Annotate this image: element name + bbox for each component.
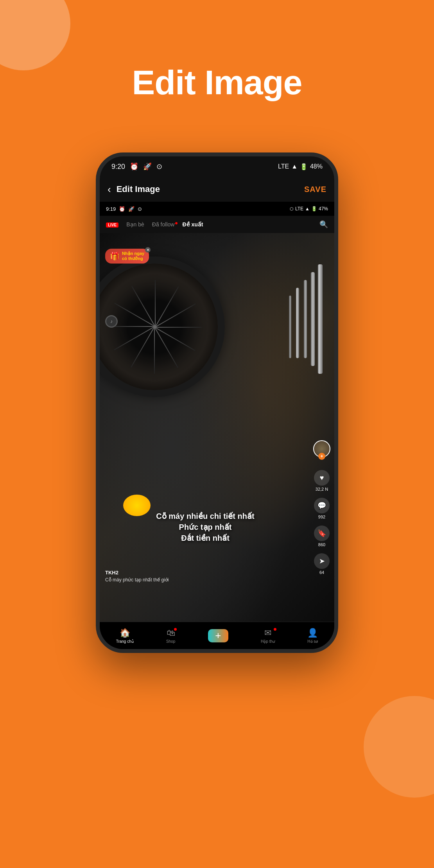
shop-label: Shop [166,639,175,644]
back-button[interactable]: ‹ [108,183,111,195]
share-icon[interactable]: ➤ [314,553,330,569]
pipe-1 [318,264,323,374]
status-left: 9:20 ⏰ 🚀 ⊙ [111,162,162,171]
channel-info: TKH2 Cỗ máy phức tạp nhất thế giới [105,570,169,583]
pipe-2 [311,272,315,366]
header-title: Edit Image [117,184,304,194]
page-title: Edit Image [0,63,434,102]
battery-icon: 🔋 [300,163,308,170]
add-button[interactable]: + [208,629,228,642]
inner-time: 9:19 [106,206,116,212]
pipe-3 [304,280,307,358]
bookmark-action[interactable]: 🔖 860 [314,525,330,547]
overlay-line1: Cỗ máy nhiều chi tiết nhất [108,511,303,522]
pipe-4 [296,288,299,358]
inner-status-left: 9:19 ⏰ 🚀 ⊙ [106,206,142,212]
shop-dot [174,628,177,631]
nav-shop[interactable]: 🛍 Shop [166,628,175,644]
user-avatar[interactable]: + [313,440,330,457]
gift-icon: 🎁 [110,251,120,261]
side-actions: + ♥ 32,2 N 💬 992 🔖 860 [313,440,330,575]
channel-name: TKH2 [105,570,169,576]
inner-status-right: ⬡ LTE ▲ 🔋 47% [290,206,328,212]
video-area[interactable]: 🎁 Nhận ngay có thưởng ✕ ♪ Cỗ máy nhiều c… [100,233,334,622]
tab-da-follow[interactable]: Đã follow [152,221,175,228]
gift-line1: Nhận ngay [122,251,144,256]
live-badge: LIVE [106,222,118,228]
bg-decoration-circle-bottom [364,696,434,798]
alarm-icon: ⏰ [130,162,138,171]
like-icon[interactable]: ♥ [314,470,330,486]
network-label: LTE [278,163,289,170]
app-header: ‹ Edit Image SAVE [100,177,334,202]
signal-icon: ▲ [291,163,298,170]
pipe-5 [289,296,291,358]
battery-label: 48% [310,163,323,170]
avatar-action: + [313,440,330,457]
inner-network: LTE [295,206,303,212]
time-display: 9:20 [111,163,125,171]
overlay-line3: Đắt tiền nhất [108,533,303,543]
power-button [337,235,338,266]
phone-notch [186,156,248,167]
share-action[interactable]: ➤ 64 [314,553,330,575]
add-icon: + [215,629,221,642]
inner-alarm-icon: ⏰ [119,206,125,212]
video-text-overlay: Cỗ máy nhiều chi tiết nhất Phức tạp nhất… [100,511,311,543]
tab-live[interactable]: LIVE [106,221,118,228]
like-action[interactable]: ♥ 32,2 N [314,470,330,491]
video-description: Cỗ máy phức tạp nhất thế giới [105,577,169,583]
home-label: Trang chủ [116,639,134,644]
volume-up-button [96,219,97,240]
gift-line2: có thưởng [122,256,144,261]
home-icon: 🏠 [120,628,130,638]
inner-rocket-icon: 🚀 [128,206,135,212]
rocket-icon: 🚀 [143,162,152,171]
bg-decoration-circle-top [0,0,70,70]
inner-camera-icon: ⊙ [138,206,142,212]
gift-text: Nhận ngay có thưởng [122,251,144,261]
search-icon[interactable]: 🔍 [319,220,328,229]
bookmark-count: 860 [318,542,325,547]
phone-frame: 9:20 ⏰ 🚀 ⊙ LTE ▲ 🔋 48% ‹ Edit Image SAVE [96,152,338,653]
inner-status-bar: 9:19 ⏰ 🚀 ⊙ ⬡ LTE ▲ 🔋 47% [100,202,334,216]
follow-dot [175,222,178,224]
inner-battery-pct: 47% [319,206,328,212]
tab-ban-be[interactable]: Bạn bè [126,221,144,228]
music-disc-icon: ♪ [105,315,118,328]
shop-icon: 🛍 [167,628,175,638]
like-count: 32,2 N [316,487,328,491]
save-button[interactable]: SAVE [304,185,326,194]
nav-add[interactable]: + [208,629,228,642]
comment-icon[interactable]: 💬 [314,498,330,513]
nav-profile[interactable]: 👤 Hồ sơ [307,628,318,644]
inner-battery: 🔋 [311,206,317,212]
share-count: 64 [319,570,324,575]
inner-tabs: LIVE Bạn bè Đã follow Đề xuất 🔍 [100,216,334,233]
inner-signal: ▲ [305,206,310,212]
tab-de-xuat[interactable]: Đề xuất [182,221,203,228]
phone-mockup: 9:20 ⏰ 🚀 ⊙ LTE ▲ 🔋 48% ‹ Edit Image SAVE [96,152,338,841]
gift-banner[interactable]: 🎁 Nhận ngay có thưởng ✕ [105,249,149,264]
inner-screen: 9:19 ⏰ 🚀 ⊙ ⬡ LTE ▲ 🔋 47% LIVE [100,202,334,649]
inbox-icon: ✉ [264,628,271,638]
bookmark-icon[interactable]: 🔖 [314,525,330,541]
nav-inbox[interactable]: ✉ Hộp thư [261,628,275,644]
comment-action[interactable]: 💬 992 [314,498,330,519]
status-right: LTE ▲ 🔋 48% [278,163,323,170]
inbox-dot [274,628,276,631]
cast-icon: ⬡ [290,206,294,212]
camera-icon: ⊙ [156,162,162,171]
inbox-label: Hộp thư [261,639,275,644]
overlay-line2: Phức tạp nhất [108,522,303,533]
profile-icon: 👤 [307,628,318,638]
bottom-nav-bar: 🏠 Trang chủ 🛍 Shop + ✉ Hộp thư [100,622,334,649]
volume-down-button [96,246,97,282]
follow-plus-icon[interactable]: + [318,453,325,460]
nav-home[interactable]: 🏠 Trang chủ [116,628,134,644]
profile-label: Hồ sơ [307,639,318,644]
comment-count: 992 [318,515,325,519]
